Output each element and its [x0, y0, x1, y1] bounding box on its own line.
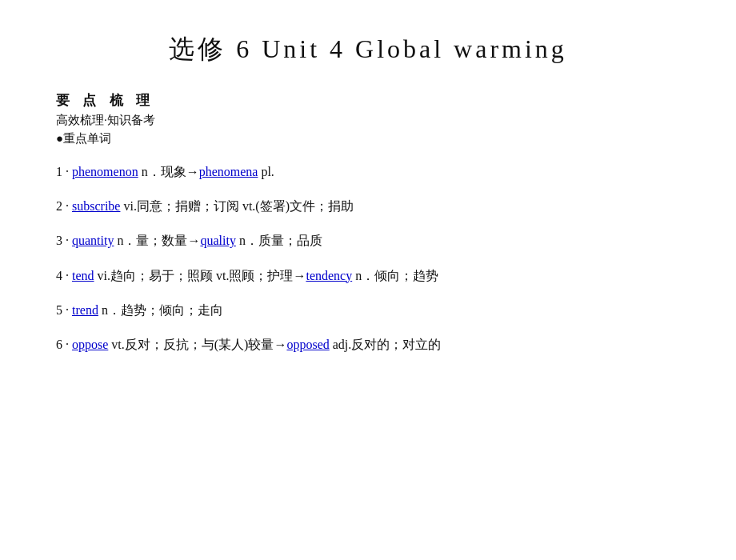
vocab-item: 3 · quantity n．量；数量→quality n．质量；品质: [56, 230, 680, 251]
vocab-def2: n．倾向；趋势: [355, 269, 438, 282]
vocab-item: 2 · subscribe vi.同意；捐赠；订阅 vt.(签署)文件；捐助: [56, 195, 680, 217]
vocab-item: 5 · trend n．趋势；倾向；走向: [56, 299, 680, 321]
vocab-word[interactable]: subscribe: [72, 199, 120, 213]
vocab-num: 1: [56, 165, 62, 178]
vocab-num: 5: [56, 303, 62, 317]
vocab-item: 4 · tend vi.趋向；易于；照顾 vt.照顾；护理→tendency n…: [56, 265, 680, 286]
dot-sep: ·: [62, 303, 72, 317]
vocab-word[interactable]: oppose: [72, 338, 108, 351]
page-title: 选修 6 Unit 4 Global warming: [56, 32, 680, 67]
dot-sep: ·: [62, 338, 72, 351]
vocab-word2[interactable]: opposed: [286, 338, 329, 351]
sub-title: 高效梳理·知识备考: [56, 113, 680, 128]
dot-sep: ·: [62, 165, 72, 178]
section-title: 要 点 梳 理: [56, 91, 680, 110]
page: 选修 6 Unit 4 Global warming 要 点 梳 理 高效梳理·…: [0, 0, 736, 560]
vocab-item: 6 · oppose vt.反对；反抗；与(某人)较量→opposed adj.…: [56, 334, 680, 355]
dot-sep: ·: [62, 199, 72, 213]
dot-sep: ·: [62, 234, 72, 247]
vocab-num: 6: [56, 338, 62, 351]
vocab-num: 4: [56, 269, 62, 282]
vocab-num: 3: [56, 234, 62, 247]
vocab-def: vi.趋向；易于；照顾 vt.照顾；护理→: [98, 269, 306, 282]
vocab-def: n．量；数量→: [117, 234, 200, 247]
vocab-def2: pl.: [261, 165, 274, 178]
vocab-def: n．趋势；倾向；走向: [102, 303, 223, 317]
vocab-def: vi.同意；捐赠；订阅 vt.(签署)文件；捐助: [123, 199, 354, 213]
vocab-word[interactable]: trend: [72, 303, 98, 317]
vocab-word2[interactable]: tendency: [306, 269, 352, 282]
vocab-list: 1 · phenomenon n．现象→phenomena pl.2 · sub…: [56, 161, 680, 355]
bullet-title: ●重点单词: [56, 131, 680, 146]
vocab-word2[interactable]: quality: [200, 234, 235, 247]
vocab-word[interactable]: tend: [72, 269, 94, 282]
vocab-def: n．现象→: [142, 165, 199, 178]
vocab-def2: n．质量；品质: [239, 234, 322, 247]
vocab-item: 1 · phenomenon n．现象→phenomena pl.: [56, 161, 680, 182]
vocab-def2: adj.反对的；对立的: [333, 338, 442, 351]
vocab-num: 2: [56, 199, 62, 213]
dot-sep: ·: [62, 269, 72, 282]
vocab-def: vt.反对；反抗；与(某人)较量→: [111, 338, 286, 351]
vocab-word[interactable]: quantity: [72, 234, 114, 247]
vocab-word[interactable]: phenomenon: [72, 165, 138, 178]
vocab-word2[interactable]: phenomena: [199, 165, 258, 178]
